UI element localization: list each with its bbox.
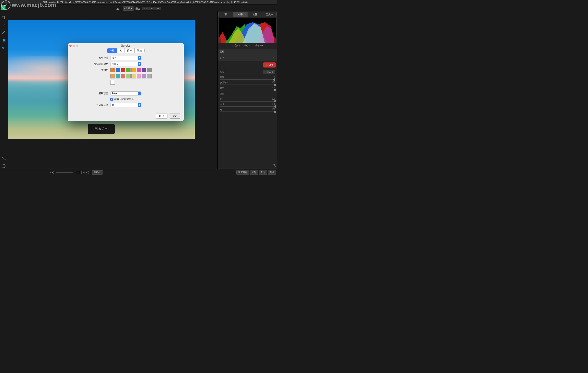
- check-updates-label: 检查启动时的更新: [114, 97, 134, 101]
- dialog-titlebar[interactable]: 偏好设定: [68, 43, 184, 48]
- detail-label: 细节: [220, 56, 224, 60]
- check-updates-checkbox[interactable]: ✓ 检查启动时的更新: [110, 97, 134, 101]
- noise-label: 降噪:: [220, 70, 225, 74]
- sharpen-section: 锐化:: [218, 91, 277, 97]
- view-compare-a-icon[interactable]: A: [82, 171, 85, 174]
- accent-swatch-8[interactable]: [110, 74, 115, 78]
- noise-slider-0[interactable]: 亮度98: [218, 75, 277, 81]
- detail-panel-header[interactable]: 细节 ↻: [218, 55, 277, 61]
- maximize-window[interactable]: [8, 1, 10, 3]
- accent-swatch-5[interactable]: [137, 68, 141, 72]
- minimize-window[interactable]: [5, 1, 7, 3]
- done-button[interactable]: 完成: [268, 170, 276, 175]
- accent-swatch-9[interactable]: [116, 74, 120, 78]
- right-panel: 不 水平 信息 历史↻ 红色 40| 绿色 40| 蓝色 40 图层 细节 ↻ …: [217, 11, 277, 169]
- scroll-select[interactable]: 没有: [110, 56, 141, 60]
- hist-blue: 蓝色 40: [255, 44, 262, 47]
- fit-label: 适合: [136, 7, 140, 10]
- accent-swatch-12[interactable]: [131, 74, 136, 78]
- accent-label: 强调色: [72, 68, 110, 72]
- zoom-bar: 放大 40.23 ▾ 适合 100 50 25: [0, 6, 277, 11]
- accent-swatch-11[interactable]: [126, 74, 131, 78]
- svg-point-2: [3, 157, 4, 158]
- bottom-bar: A 原版的 重置所有 以前 取消 完成: [0, 169, 277, 176]
- history-icon: ↻: [271, 13, 273, 16]
- dialog-ok-button[interactable]: 确定: [169, 114, 181, 119]
- cancel-button[interactable]: 取消: [259, 170, 267, 175]
- hand-tool-icon[interactable]: [1, 38, 6, 42]
- help-icon[interactable]: [1, 164, 6, 168]
- accent-swatch-13[interactable]: [137, 74, 141, 78]
- lock-icon: 🔒: [265, 64, 268, 66]
- checkmark-icon: ✓: [110, 98, 113, 101]
- right-panel-tabs: 不 水平 信息 历史↻: [218, 12, 277, 17]
- accent-swatch-15[interactable]: [147, 74, 152, 78]
- zoom-tool-icon[interactable]: [1, 46, 6, 50]
- accent-swatch-14[interactable]: [142, 74, 147, 78]
- default-select[interactable]: 高: [110, 103, 141, 107]
- dialog-cancel-button[interactable]: 取消: [156, 114, 168, 119]
- reset-icon[interactable]: ↻: [273, 57, 275, 60]
- dropdown-arrow-icon: [138, 103, 141, 107]
- scroll-label: 滚动控件: [72, 56, 110, 60]
- dialog-tab-files[interactable]: 档: [117, 48, 125, 53]
- window-title: ON1 NoNoise AI 2021 (src=http_8F8F5b0988…: [13, 1, 277, 3]
- noise-preset-button[interactable]: 还辆车是: [263, 70, 275, 74]
- tab-history[interactable]: 历史↻: [262, 12, 277, 17]
- tab-info[interactable]: 信息: [248, 12, 262, 17]
- zoom-presets: 100 50 25: [142, 7, 161, 10]
- accent-swatch-2[interactable]: [121, 68, 125, 72]
- accent-swatch-7[interactable]: [147, 68, 152, 72]
- accent-swatch-16[interactable]: [110, 80, 115, 84]
- zoom-value-dropdown[interactable]: 40.23 ▾: [123, 7, 134, 10]
- accent-swatch-4[interactable]: [131, 68, 136, 72]
- zoom-value: 40.23: [124, 7, 130, 10]
- noise-section: 降噪: 还辆车是: [218, 69, 277, 75]
- dropdown-arrow-icon: [138, 56, 141, 60]
- svg-point-0: [4, 31, 5, 32]
- preview-off-overlay: 预览关闭: [88, 124, 115, 134]
- lang-select[interactable]: Auto: [110, 92, 141, 95]
- noise-slider-1[interactable]: 加强细节100: [218, 81, 277, 86]
- accent-swatch-3[interactable]: [126, 68, 131, 72]
- zoom-50[interactable]: 50: [149, 7, 155, 10]
- noise-slider-2[interactable]: 颜色100: [218, 86, 277, 91]
- before-button[interactable]: 以前: [250, 170, 258, 175]
- brush-tool-icon[interactable]: [1, 23, 6, 27]
- accent-swatch-0[interactable]: [110, 68, 115, 72]
- accent-swatch-1[interactable]: [116, 68, 120, 72]
- zoom-25[interactable]: 25: [155, 7, 161, 10]
- crop-tool-icon[interactable]: [1, 15, 6, 20]
- layers-panel-header[interactable]: 图层: [218, 49, 277, 55]
- view-single-icon[interactable]: [77, 171, 80, 174]
- window-controls: [1, 1, 10, 3]
- hist-red: 红色 40: [232, 44, 240, 47]
- preferences-dialog: 偏好设定 一般 档 插件 系统 滚动控件 没有 预览背景颜色 习惯... 强调色: [68, 43, 184, 121]
- dialog-tab-system[interactable]: 系统: [135, 48, 144, 53]
- sharpen-slider-0[interactable]: 量100: [218, 97, 277, 102]
- accent-swatch-10[interactable]: [121, 74, 125, 78]
- original-button[interactable]: 原版的: [92, 170, 103, 175]
- zoom-100[interactable]: 100: [142, 7, 149, 10]
- close-window[interactable]: [1, 1, 3, 3]
- adjust-button[interactable]: 🔒 调整: [263, 62, 276, 68]
- dialog-tab-plugins[interactable]: 插件: [125, 48, 135, 53]
- share-icon[interactable]: [272, 163, 277, 168]
- sharpen-slider-1[interactable]: 详情100: [218, 102, 277, 108]
- histogram[interactable]: [218, 18, 277, 43]
- heal-tool-icon[interactable]: [1, 31, 6, 35]
- view-mode-icons: A: [77, 171, 89, 174]
- accent-swatches: [110, 68, 159, 84]
- view-compare-circle-icon[interactable]: [86, 171, 89, 174]
- tab-level[interactable]: 水平: [233, 12, 248, 17]
- tab-none[interactable]: 不: [219, 12, 233, 17]
- histogram-labels: 红色 40| 绿色 40| 蓝色 40: [218, 43, 277, 49]
- reset-all-button[interactable]: 重置所有: [236, 170, 249, 175]
- sharpen-slider-2[interactable]: 掩100: [218, 108, 277, 113]
- dialog-tab-general[interactable]: 一般: [107, 48, 117, 53]
- accent-swatch-6[interactable]: [142, 68, 147, 72]
- bg-color-select[interactable]: 习惯...: [110, 62, 141, 66]
- nav-slider[interactable]: [50, 172, 73, 174]
- person-settings-icon[interactable]: [1, 156, 6, 161]
- dropdown-arrow-icon: [138, 92, 141, 95]
